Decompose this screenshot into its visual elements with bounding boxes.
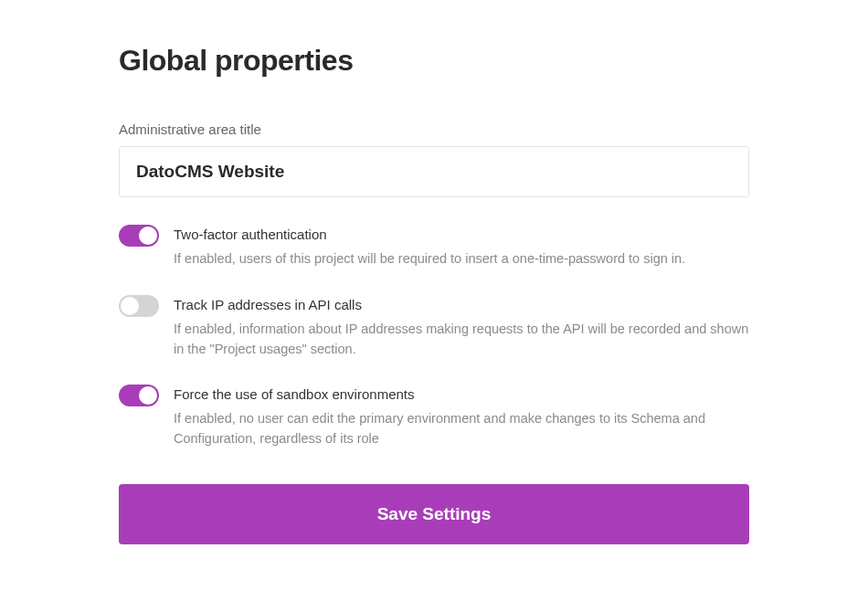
track-ip-text: Track IP addresses in API calls If enabl… [174, 295, 749, 360]
two-factor-text: Two-factor authentication If enabled, us… [174, 225, 749, 269]
two-factor-title: Two-factor authentication [174, 225, 749, 244]
track-ip-row: Track IP addresses in API calls If enabl… [119, 295, 749, 360]
admin-title-input[interactable] [119, 146, 749, 197]
sandbox-toggle[interactable] [119, 385, 159, 406]
sandbox-title: Force the use of sandbox environments [174, 385, 749, 404]
two-factor-toggle[interactable] [119, 225, 159, 247]
sandbox-row: Force the use of sandbox environments If… [119, 385, 749, 449]
page-title: Global properties [119, 44, 749, 78]
sandbox-text: Force the use of sandbox environments If… [174, 385, 749, 449]
sandbox-description: If enabled, no user can edit the primary… [174, 409, 749, 449]
track-ip-toggle[interactable] [119, 295, 159, 317]
two-factor-row: Two-factor authentication If enabled, us… [119, 225, 749, 269]
track-ip-title: Track IP addresses in API calls [174, 295, 749, 314]
track-ip-description: If enabled, information about IP address… [174, 320, 749, 360]
two-factor-description: If enabled, users of this project will b… [174, 249, 749, 269]
save-settings-button[interactable]: Save Settings [119, 484, 749, 544]
admin-title-label: Administrative area title [119, 121, 749, 137]
toggle-knob-icon [139, 227, 157, 245]
toggle-knob-icon [121, 297, 139, 315]
toggle-knob-icon [139, 386, 157, 405]
